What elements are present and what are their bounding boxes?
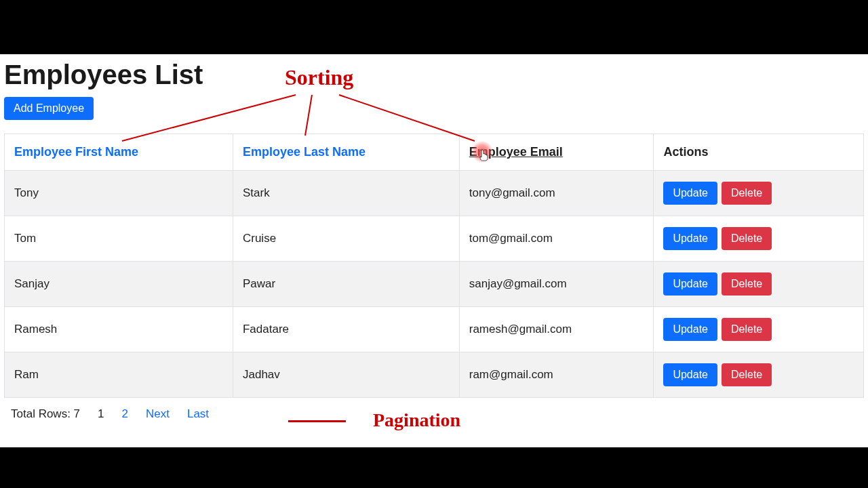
update-button[interactable]: Update [663, 318, 717, 341]
cell-actions: UpdateDelete [654, 171, 864, 216]
delete-button[interactable]: Delete [722, 182, 772, 205]
cell-first_name: Tony [5, 171, 233, 216]
table-row: RamJadhavram@gmail.comUpdateDelete [5, 352, 864, 398]
cell-last_name: Pawar [233, 262, 459, 307]
delete-button[interactable]: Delete [722, 318, 772, 341]
delete-button[interactable]: Delete [722, 227, 772, 250]
delete-button[interactable]: Delete [722, 363, 772, 386]
delete-button[interactable]: Delete [722, 272, 772, 296]
col-header-first-name[interactable]: Employee First Name [5, 134, 233, 171]
col-header-actions: Actions [654, 134, 864, 171]
cell-last_name: Cruise [233, 216, 459, 262]
pagination-last[interactable]: Last [187, 407, 209, 421]
pagination-next[interactable]: Next [146, 407, 170, 421]
table-row: TomCruisetom@gmail.comUpdateDelete [5, 216, 864, 262]
cell-first_name: Ram [5, 352, 233, 398]
svg-line-1 [305, 95, 312, 136]
update-button[interactable]: Update [663, 272, 717, 296]
add-employee-button[interactable]: Add Employee [4, 97, 94, 120]
cell-first_name: Sanjay [5, 262, 233, 307]
page-title: Employees List [4, 60, 864, 90]
employees-table: Employee First Name Employee Last Name E… [4, 134, 864, 398]
cell-email: ramesh@gmail.com [459, 307, 654, 352]
cell-email: tom@gmail.com [459, 216, 654, 262]
cell-actions: UpdateDelete [654, 216, 864, 262]
table-row: RameshFadatareramesh@gmail.comUpdateDele… [5, 307, 864, 352]
update-button[interactable]: Update [663, 182, 717, 205]
cell-email: sanjay@gmail.com [459, 262, 654, 307]
cell-email: ram@gmail.com [459, 352, 654, 398]
cell-last_name: Jadhav [233, 352, 459, 398]
cell-actions: UpdateDelete [654, 352, 864, 398]
pagination-page-2[interactable]: 2 [122, 407, 128, 421]
cell-first_name: Ramesh [5, 307, 233, 352]
table-row: TonyStarktony@gmail.comUpdateDelete [5, 171, 864, 216]
cell-actions: UpdateDelete [654, 307, 864, 352]
cell-email: tony@gmail.com [459, 171, 654, 216]
update-button[interactable]: Update [663, 227, 717, 250]
cell-first_name: Tom [5, 216, 233, 262]
col-header-last-name[interactable]: Employee Last Name [233, 134, 459, 171]
table-row: SanjayPawarsanjay@gmail.comUpdateDelete [5, 262, 864, 307]
cell-last_name: Stark [233, 171, 459, 216]
pagination-bar: Total Rows: 7 12 Next Last [4, 407, 864, 421]
cell-last_name: Fadatare [233, 307, 459, 352]
pagination-page-1: 1 [98, 407, 104, 421]
update-button[interactable]: Update [663, 363, 717, 386]
total-rows-label: Total Rows: 7 [11, 407, 80, 421]
col-header-email[interactable]: Employee Email [459, 134, 654, 171]
cell-actions: UpdateDelete [654, 262, 864, 307]
